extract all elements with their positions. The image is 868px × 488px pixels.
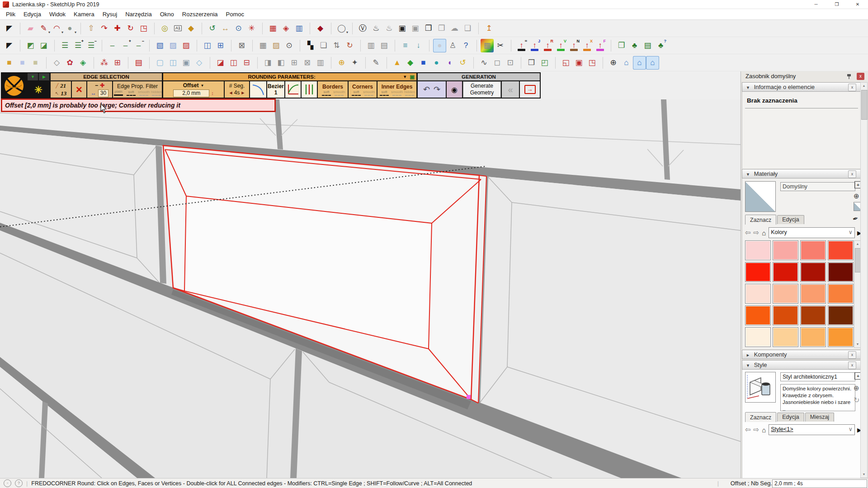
gem-green-icon[interactable]: ◈ [76,56,90,70]
materials-tab-zaznacz[interactable]: Zaznacz [745,215,776,225]
vray-viewport2-icon[interactable]: ▣ [409,22,422,35]
fc-filter-opt-soft[interactable]: soft [126,90,137,96]
fc-seg-left-icon[interactable]: ◀ [230,89,232,97]
glass-diamond-icon[interactable]: ◇ [193,56,206,70]
fc-undo-button[interactable]: ↶ [423,84,430,94]
undo-yellow-icon[interactable]: ↺ [456,56,469,70]
color-swatch[interactable] [828,327,854,347]
styles-tab-zaznacz[interactable]: Zaznacz [745,412,776,422]
sample-paint-icon[interactable]: ⊕ [854,192,859,200]
lattice-icon[interactable]: ⊠ [235,39,248,52]
styles-header[interactable]: ▼ Style x [742,360,868,370]
menu-item-pomoc[interactable]: Pomoc [222,9,248,20]
menu-item-rozszerzenia[interactable]: Rozszerzenia [178,9,222,20]
entity-info-header[interactable]: ▼ Informacje o elemencie x [742,82,868,92]
rock-icon[interactable]: ◇ [50,56,63,70]
gray-cross-icon[interactable]: ⊠ [301,56,314,70]
add-lines-plus-icon[interactable]: ☰+ [71,39,85,52]
fc-inner-opt-soft[interactable]: soft [379,90,390,96]
orbit-tool-icon[interactable]: ↺ [206,22,219,35]
menu-item-okno[interactable]: Okno [156,9,178,20]
fc-filter-opt-plain[interactable]: plain [113,89,124,96]
corner-gold-icon[interactable]: ■ [3,56,16,70]
fill-grid-icon[interactable]: ◫ [201,39,214,52]
drop-icon[interactable]: ↓ [412,39,425,52]
forward-arrow-icon[interactable]: ⇨ [754,229,760,237]
line-tool-icon[interactable]: ✎▾ [37,22,50,35]
vray-batch-icon[interactable]: ❐ [435,22,448,35]
fc-borders-opt-smooth[interactable]: smooth [334,90,344,96]
vray-cloud-icon[interactable]: ☁ [448,22,461,35]
zoom-tool-icon[interactable]: ⊙ [232,22,245,35]
select-tool-icon[interactable]: ◤ [3,39,16,52]
fc-offset-value[interactable]: 2,0 mm [173,89,209,97]
style-name-field[interactable]: Styl architektoniczny1 [780,372,855,381]
compass-icon[interactable]: ⊕ [607,56,620,70]
glass-cube-div-icon[interactable]: ◫ [166,56,179,70]
menu-item-plik[interactable]: Plik [2,9,19,20]
vray-frame-buffer-icon[interactable]: ❐ [422,22,435,35]
color-swatch[interactable] [773,240,798,260]
bricks-icon[interactable]: ▤ [132,56,145,70]
fc-width-value[interactable]: 30 [98,89,108,97]
fc-settings-gear-icon[interactable]: ✳ [28,82,49,98]
label-icon[interactable]: ◻ [491,56,504,70]
fc-inner-opt-hidden[interactable]: hidden [404,90,415,96]
fc-redo-button[interactable]: ↷ [434,84,440,94]
fc-inner-opt-smooth[interactable]: smooth [392,90,402,96]
extension-gem-icon[interactable]: ◆ [314,22,327,35]
color-swatch[interactable] [828,262,854,282]
fc-minus-icon[interactable]: − [95,82,98,89]
scatter-icon[interactable]: ⁂ [98,56,111,70]
components-close-icon[interactable]: x [848,351,856,359]
zoom-extents-icon[interactable]: ✳ [245,22,258,35]
upright-x-icon[interactable]: ↑X [580,39,594,52]
tray-pin-icon[interactable] [846,73,852,80]
gray-left-icon[interactable]: ◧ [274,56,288,70]
scroll-up-icon[interactable]: ▲ [854,241,861,247]
color-swatch[interactable] [800,284,826,304]
gray-right-icon[interactable]: ◨ [261,56,274,70]
paste-tool-icon[interactable]: ⇅ [330,39,343,52]
fc-width-controls[interactable]: −✚ ↔30 [87,81,112,98]
color-swatch[interactable] [745,284,771,304]
corner-tan-icon[interactable]: ■ [29,56,42,70]
home-icon[interactable]: ⌂ [762,229,766,237]
fc-exit-button[interactable]: → [520,81,540,98]
color-swatch[interactable] [773,262,798,282]
corner-blue-icon[interactable]: ■ [16,56,29,70]
fredocorner-logo-icon[interactable] [2,73,26,98]
crossgrid-blue-icon[interactable]: ▧ [153,39,166,52]
styles-tab-mieszaj[interactable]: Mieszaj [805,413,834,422]
fc-offset-dd-icon[interactable]: ▼ [200,82,204,89]
minimize-button[interactable]: ─ [806,0,826,9]
forward-arrow-icon[interactable]: ⇨ [754,426,760,434]
solid-purple-icon[interactable]: ◖ [443,56,456,70]
add-lines-icon[interactable]: ☰ [58,39,71,52]
help-icon[interactable]: ? [459,39,472,52]
fc-corners-control[interactable]: Corners softsmooth [349,81,377,98]
tree-window-icon[interactable]: ❐ [615,39,628,52]
round-orange-icon[interactable]: ⊕ [335,56,348,70]
red-split-icon[interactable]: ◫ [227,56,240,70]
color-swatch[interactable] [800,305,826,325]
layout-icon[interactable]: ▥ [292,22,306,35]
upright-extrude-icon[interactable]: ↑= [515,39,528,52]
fc-borders-opt-soft[interactable]: soft [321,90,332,96]
style-collection-dropdown[interactable]: Style<1> ∨ [769,424,855,435]
tree-list-icon[interactable]: ▤ [641,39,654,52]
shape-tool-icon[interactable]: ●▾ [63,22,76,35]
menu-item-widok[interactable]: Widok [45,9,70,20]
fc-corners-opt-soft[interactable]: soft [351,90,362,96]
fc-filter-opt-hidden[interactable]: hidden [151,90,162,96]
add-lines-minus-icon[interactable]: ☰− [85,39,98,52]
fc-inner-edges-control[interactable]: Inner Edges softsmoothhidden [377,81,416,98]
geolocation-icon[interactable]: ◦ [4,479,11,487]
upright-f-icon[interactable]: ↑F [594,39,607,52]
arc-tool-icon[interactable]: ◠▾ [50,22,63,35]
fc-offset-control[interactable]: Offset▼ 2,0 mm↕ [163,81,224,98]
crossgrid-light-icon[interactable]: ▨ [166,39,179,52]
red-minus-icon[interactable]: ⊟ [240,56,253,70]
pan-tool-icon[interactable]: ↔ [219,22,232,35]
menu-item-kamera[interactable]: Kamera [70,9,99,20]
